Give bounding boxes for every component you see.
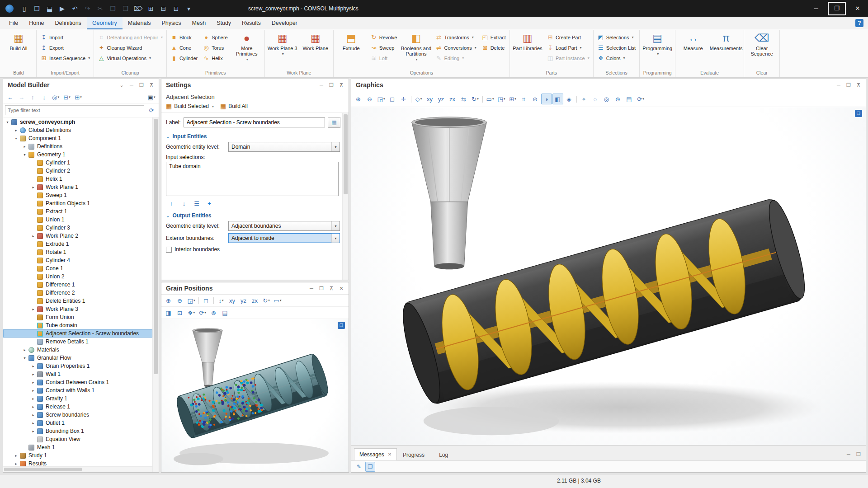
grain-snapshot-icon[interactable]: ⊚ xyxy=(208,307,219,318)
zoom-extents-icon[interactable]: ◻ xyxy=(387,94,398,104)
tree-item[interactable]: Union 2 xyxy=(3,272,152,281)
loft-button[interactable]: ≋Loft xyxy=(369,53,399,63)
expand-arrow-icon[interactable]: ▸ xyxy=(31,389,36,393)
measurements-button[interactable]: πMeasurements xyxy=(711,31,741,69)
zoom-selected-icon[interactable]: ◎ xyxy=(601,94,612,104)
tree-item[interactable]: ▸ Gravity 1 xyxy=(3,394,152,403)
grain-view-yz-icon[interactable]: yz xyxy=(238,295,249,306)
paste-icon[interactable]: ❒ xyxy=(119,3,132,14)
expand-arrow-icon[interactable]: ▸ xyxy=(14,128,19,132)
grain-rotate-view-icon[interactable]: ↻▾ xyxy=(261,295,272,306)
expand-arrow-icon[interactable]: ▸ xyxy=(31,405,36,409)
grain-zoom-extents-icon[interactable]: ◻ xyxy=(201,295,212,306)
model-builder-window-icon[interactable]: ⊞ xyxy=(145,3,157,14)
work-plane-3-button[interactable]: ▦Work Plane 3▾ xyxy=(267,31,298,69)
work-plane-button[interactable]: ▦Work Plane xyxy=(300,31,331,69)
model-tree-vscrollbar[interactable] xyxy=(152,117,159,472)
extrude-button[interactable]: ⬒Extrude xyxy=(336,31,367,69)
model-tree-node-text-icon[interactable]: ▣▾ xyxy=(146,92,157,103)
grain-close-icon[interactable]: ✕ xyxy=(337,284,346,292)
hide-objects-icon[interactable]: ⊘ xyxy=(530,94,541,104)
tree-item[interactable]: ▸ Contact Between Grains 1 xyxy=(3,378,152,386)
extract-button[interactable]: ◰Extract xyxy=(480,33,507,42)
tree-item[interactable]: ▸ Outlet 1 xyxy=(3,419,152,427)
build-selected-button[interactable]: ▦ Build Selected ▾ xyxy=(166,103,214,110)
tab-results[interactable]: Results xyxy=(236,17,266,29)
image-snapshot-icon[interactable]: ⊚ xyxy=(613,94,623,104)
tree-item[interactable]: Sweep 1 xyxy=(3,191,152,199)
tab-geometry[interactable]: Geometry xyxy=(87,17,123,29)
expand-arrow-icon[interactable]: ▸ xyxy=(31,185,36,189)
transparency-icon[interactable]: ◧ xyxy=(552,94,563,104)
new-file-icon[interactable]: ▯ xyxy=(18,3,30,14)
tree-item[interactable]: Difference 2 xyxy=(3,289,152,297)
tree-filter-input[interactable] xyxy=(5,105,144,115)
tree-item[interactable]: ▾ Component 1 xyxy=(3,134,152,142)
tree-item[interactable]: ▸ Contact with Walls 1 xyxy=(3,386,152,394)
settings-vscrollbar[interactable] xyxy=(342,113,349,280)
model-tree-hscrollbar[interactable] xyxy=(3,466,152,472)
cylinder-button[interactable]: ▮Cylinder xyxy=(169,53,199,63)
tree-item[interactable]: ▾ Geometry 1 xyxy=(3,150,152,159)
graphics-pin-icon[interactable]: ⊼ xyxy=(854,81,863,89)
export-button[interactable]: ↥Export xyxy=(39,43,91,52)
part-libraries-button[interactable]: ▥Part Libraries xyxy=(512,31,543,69)
tab-developer[interactable]: Developer xyxy=(266,17,303,29)
go-to-default-view-icon[interactable]: ◇▾ xyxy=(413,94,424,104)
expand-arrow-icon[interactable]: ▾ xyxy=(22,153,27,157)
tab-definitions[interactable]: Definitions xyxy=(50,17,87,29)
tree-item[interactable]: Helix 1 xyxy=(3,175,152,183)
grain-scene-style-icon[interactable]: ▭▾ xyxy=(272,295,283,306)
tree-item[interactable]: Remove Details 1 xyxy=(3,338,152,346)
tree-item[interactable]: ▸ Work Plane 3 xyxy=(3,305,152,313)
undo-icon[interactable]: ↶ xyxy=(69,3,81,14)
expand-arrow-icon[interactable]: ▾ xyxy=(14,136,19,141)
selections-button[interactable]: ◩Selections▾ xyxy=(596,33,637,42)
delete-icon[interactable]: ⌦ xyxy=(132,3,144,14)
expand-all-icon[interactable]: ⊞▾ xyxy=(73,92,84,103)
grain-zoom-out-icon[interactable]: ⊖ xyxy=(175,295,185,306)
programming-button[interactable]: ▤Programming▾ xyxy=(642,31,673,69)
tree-item[interactable]: Extrude 1 xyxy=(3,240,152,248)
grain-positions-canvas[interactable]: ❐ xyxy=(161,319,349,472)
close-tab-icon[interactable]: ✕ xyxy=(388,452,392,457)
expand-arrow-icon[interactable]: ▸ xyxy=(22,145,27,149)
tree-item[interactable]: Cylinder 4 xyxy=(3,256,152,264)
graphics-minimize-icon[interactable]: ─ xyxy=(834,81,843,89)
selection-list-button[interactable]: ☰Selection List xyxy=(596,43,637,52)
expand-arrow-icon[interactable]: ▸ xyxy=(14,462,19,466)
information-float-icon[interactable]: ❐ xyxy=(854,450,863,458)
tree-item[interactable]: ▸ Results xyxy=(3,460,152,466)
move-down-icon[interactable]: ↓ xyxy=(39,92,50,103)
select-box-icon[interactable]: ◌ xyxy=(590,94,601,104)
tree-item[interactable]: Tube domain xyxy=(3,321,152,329)
tab-progress[interactable]: Progress xyxy=(398,449,433,460)
tree-item[interactable]: Mesh 1 xyxy=(3,443,152,451)
grain-plot-image-icon[interactable]: ◨ xyxy=(163,307,174,318)
tree-item[interactable]: Adjacent Selection - Screw boundaries xyxy=(3,329,152,338)
expand-arrow-icon[interactable]: ▸ xyxy=(31,307,36,311)
input-entity-level-select[interactable]: Domain ▾ xyxy=(228,142,340,152)
select-icon[interactable]: ⌖ xyxy=(579,94,590,104)
clear-sequence-button[interactable]: ⌫Clear Sequence xyxy=(746,31,777,69)
conversions-button[interactable]: ⇌Conversions▾ xyxy=(434,43,478,52)
tree-item[interactable]: Rotate 1 xyxy=(3,248,152,256)
tab-file[interactable]: File xyxy=(4,17,24,29)
tree-item[interactable]: Union 1 xyxy=(3,216,152,224)
flip-view-icon[interactable]: ⇆ xyxy=(458,94,469,104)
tree-item[interactable]: Equation View xyxy=(3,435,152,443)
redo-icon[interactable]: ↷ xyxy=(81,3,94,14)
expand-arrow-icon[interactable]: ▸ xyxy=(31,413,36,417)
more-primitives-button[interactable]: ●More Primitives▾ xyxy=(231,31,262,69)
selection-list-icon[interactable]: ☰ xyxy=(191,198,202,209)
show-options-icon[interactable]: ◎▾ xyxy=(50,92,61,103)
label-input[interactable] xyxy=(184,117,325,127)
virtual-operations-button[interactable]: △Virtual Operations▾ xyxy=(96,53,164,63)
model-builder-float-icon[interactable]: ❐ xyxy=(137,81,146,89)
minimize-button[interactable]: ─ xyxy=(806,0,826,17)
clear-messages-icon[interactable]: ✎ xyxy=(354,462,364,472)
measure-button[interactable]: ↔Measure xyxy=(678,31,708,69)
tree-item[interactable]: Form Union xyxy=(3,313,152,321)
graphics-canvas[interactable]: ❐ xyxy=(351,107,866,445)
expand-arrow-icon[interactable]: ▾ xyxy=(5,120,10,124)
